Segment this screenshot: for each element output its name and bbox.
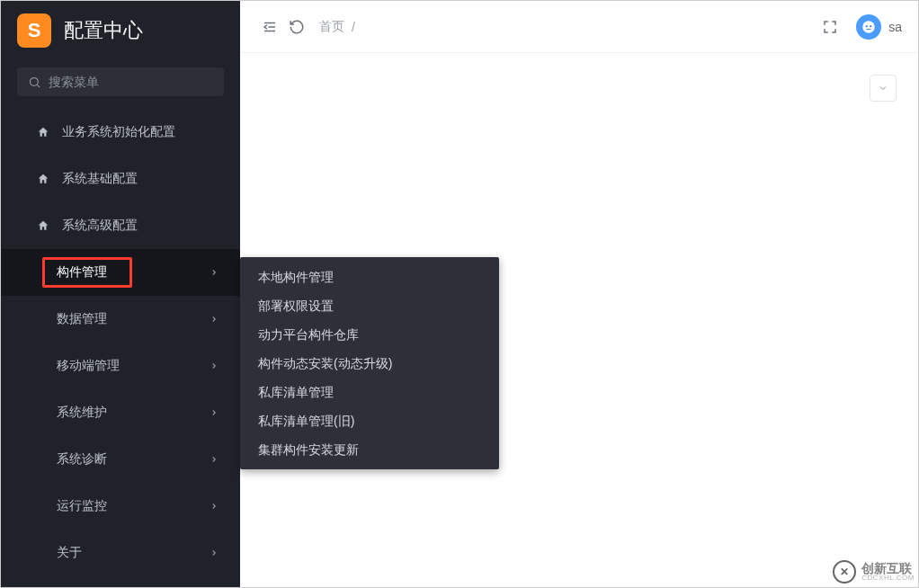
- submenu-item-private-repo-list-old[interactable]: 私库清单管理(旧): [240, 406, 499, 435]
- chevron-right-icon: [210, 359, 219, 373]
- chevron-down-icon: [878, 83, 888, 94]
- nav-label: 系统诊断: [57, 451, 107, 468]
- nav-label: 系统高级配置: [62, 218, 138, 234]
- nav-label: 系统基础配置: [62, 171, 138, 187]
- chevron-right-icon: [210, 312, 219, 326]
- breadcrumb-sep: /: [352, 20, 355, 34]
- chevron-right-icon: [210, 499, 219, 513]
- sidebar: S 配置中心 业务系统初始化配置 系统基础配置 系统高级配置 构件管理 数据管理: [1, 1, 240, 587]
- watermark: ✕ 创新互联 CDCXHL.COM: [833, 560, 915, 584]
- nav-item-init-config[interactable]: 业务系统初始化配置: [1, 109, 240, 156]
- nav-label: 系统维护: [57, 405, 107, 421]
- watermark-main: 创新互联: [861, 562, 915, 575]
- chevron-right-icon: [210, 265, 219, 280]
- svg-point-6: [862, 21, 875, 33]
- top-header: 首页 / sa: [240, 1, 918, 53]
- watermark-sub: CDCXHL.COM: [861, 575, 915, 582]
- username-label[interactable]: sa: [888, 20, 902, 34]
- search-box[interactable]: [17, 67, 224, 96]
- home-icon: [37, 173, 49, 185]
- breadcrumb: 首页 /: [319, 19, 355, 35]
- nav-sub-item-component-mgmt[interactable]: 构件管理: [1, 249, 240, 296]
- nav-sub-item-sys-diagnosis[interactable]: 系统诊断: [1, 436, 240, 483]
- home-icon: [37, 126, 49, 138]
- nav-item-advanced-config[interactable]: 系统高级配置: [1, 202, 240, 249]
- submenu-item-platform-repo[interactable]: 动力平台构件仓库: [240, 320, 499, 349]
- nav-sub-item-mobile-mgmt[interactable]: 移动端管理: [1, 343, 240, 389]
- app-title: 配置中心: [64, 17, 143, 44]
- submenu-item-cluster-install-update[interactable]: 集群构件安装更新: [240, 435, 499, 464]
- breadcrumb-home[interactable]: 首页: [319, 19, 344, 35]
- indent-icon: [262, 19, 278, 35]
- submenu-popover: 本地构件管理 部署权限设置 动力平台构件仓库 构件动态安装(动态升级) 私库清单…: [240, 257, 499, 469]
- fullscreen-icon: [822, 19, 838, 35]
- refresh-icon: [289, 19, 305, 35]
- submenu-item-deploy-permission[interactable]: 部署权限设置: [240, 291, 499, 320]
- logo-badge: S: [17, 13, 51, 48]
- nav-item-basic-config[interactable]: 系统基础配置: [1, 156, 240, 202]
- nav-label: 数据管理: [57, 311, 107, 327]
- nav-label: 关于: [57, 545, 82, 561]
- nav-label: 业务系统初始化配置: [62, 124, 175, 140]
- submenu-item-dynamic-install[interactable]: 构件动态安装(动态升级): [240, 349, 499, 378]
- submenu-item-private-repo-list[interactable]: 私库清单管理: [240, 378, 499, 406]
- nav: 业务系统初始化配置 系统基础配置 系统高级配置 构件管理 数据管理 移动端管理: [1, 109, 240, 587]
- svg-point-7: [866, 25, 868, 27]
- nav-sub-item-sys-maintenance[interactable]: 系统维护: [1, 389, 240, 436]
- search-icon: [28, 76, 41, 89]
- logo-row: S 配置中心: [1, 1, 240, 64]
- nav-sub-item-about[interactable]: 关于: [1, 530, 240, 576]
- home-icon: [37, 219, 49, 232]
- chevron-right-icon: [210, 546, 219, 560]
- chevron-right-icon: [210, 452, 219, 467]
- submenu-item-local-component-mgmt[interactable]: 本地构件管理: [240, 263, 499, 291]
- search-input[interactable]: [49, 75, 213, 89]
- avatar[interactable]: [856, 14, 881, 40]
- nav-label: 构件管理: [57, 264, 107, 281]
- fullscreen-button[interactable]: [816, 13, 843, 40]
- refresh-button[interactable]: [283, 13, 310, 40]
- panel-collapse-button[interactable]: [870, 75, 897, 102]
- avatar-face-icon: [861, 19, 877, 35]
- nav-sub-item-monitoring[interactable]: 运行监控: [1, 483, 240, 530]
- chevron-right-icon: [210, 405, 219, 420]
- watermark-icon: ✕: [833, 560, 856, 584]
- svg-point-8: [870, 25, 871, 27]
- nav-sub-item-data-mgmt[interactable]: 数据管理: [1, 296, 240, 343]
- svg-line-1: [37, 85, 40, 87]
- collapse-sidebar-button[interactable]: [256, 13, 283, 40]
- nav-label: 移动端管理: [57, 358, 120, 374]
- nav-label: 运行监控: [57, 498, 107, 514]
- svg-point-0: [31, 77, 39, 85]
